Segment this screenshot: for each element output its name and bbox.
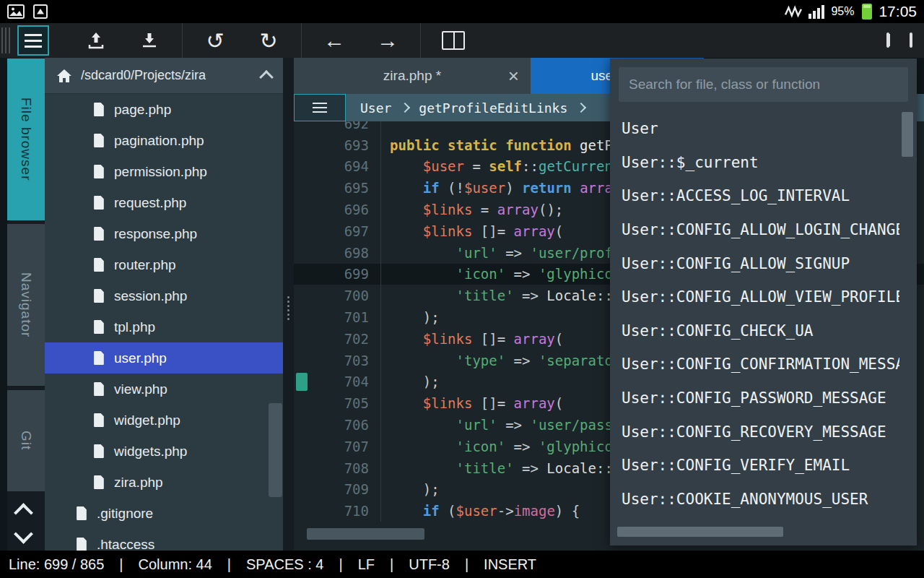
file-icon	[94, 196, 105, 210]
popup-item[interactable]: User::CONFIG_PASSWORD_MESSAGE	[610, 381, 899, 415]
popup-item[interactable]: User::CONFIG_CHECK_UA	[610, 314, 899, 348]
collapse-chevron-icon[interactable]	[259, 70, 274, 85]
file-name: widget.php	[114, 413, 180, 428]
file-icon	[77, 506, 87, 520]
gallery-icon	[7, 4, 25, 19]
code-text: $links []= array(	[380, 392, 563, 414]
search-input[interactable]	[619, 67, 908, 102]
scroll-down-button[interactable]	[10, 526, 36, 548]
file-icon	[94, 289, 105, 303]
popup-item[interactable]: User::CONFIG_RECOVERY_MESSAGE	[610, 415, 899, 449]
file-row[interactable]: .htaccess	[45, 529, 283, 551]
symbol-menu-button[interactable]	[294, 94, 346, 121]
path-bar[interactable]: /sdcard0/Projects/zira	[45, 58, 283, 94]
arrow-right-icon: →	[377, 28, 398, 53]
popup-item[interactable]: User::CONFIG_CONFIRMATION_MESSAGE	[610, 348, 899, 381]
line-number: 698	[310, 245, 380, 261]
file-row[interactable]: view.php	[45, 374, 283, 405]
redo-button[interactable]: ↻	[251, 24, 286, 57]
file-row[interactable]: user.php	[45, 342, 283, 374]
panel-resize-handle[interactable]	[285, 292, 292, 324]
line-number: 706	[310, 417, 380, 433]
toolbar-separator	[301, 23, 302, 58]
popup-item[interactable]: User::COOKIE_ANONYMOUS_USER	[610, 483, 899, 517]
popup-item[interactable]: User::CONFIG_ALLOW_SIGNUP	[610, 246, 899, 280]
file-row[interactable]: widgets.php	[45, 436, 283, 467]
upload-icon	[87, 31, 105, 50]
line-number: 695	[310, 180, 380, 196]
gutter-margin	[294, 457, 310, 479]
editor-horizontal-scrollbar[interactable]	[307, 528, 424, 540]
sidebar-tab-navigator[interactable]: Navigator	[7, 224, 45, 386]
symbol-list: UserUser::$_currentUser::ACCESS_LOG_INTE…	[610, 112, 899, 524]
sidebar-tab-git[interactable]: Git	[7, 390, 45, 491]
code-text: 'type' => 'separator'	[380, 350, 629, 371]
chevron-right-icon	[400, 103, 410, 113]
popup-item[interactable]: User	[610, 112, 899, 146]
popup-item[interactable]: User::ACCESS_LOG_INTERVAL	[610, 179, 899, 213]
menu-button[interactable]	[17, 25, 49, 56]
file-name: .gitignore	[97, 506, 153, 522]
save-button[interactable]	[132, 24, 167, 57]
file-icon	[94, 444, 105, 458]
file-row[interactable]: request.php	[45, 187, 283, 218]
navigate-forward-button[interactable]: →	[370, 24, 405, 57]
code-text: $user = self::getCurrent();	[380, 156, 646, 178]
navigate-back-button[interactable]: ←	[317, 24, 352, 57]
line-number: 693	[310, 137, 380, 153]
popup-horizontal-scrollbar[interactable]	[617, 527, 783, 537]
close-icon[interactable]: ×	[508, 66, 519, 85]
breadcrumb-class[interactable]: User	[360, 100, 391, 116]
save-icon	[140, 31, 159, 50]
code-text: );	[380, 306, 440, 328]
panel-horizontal-button[interactable]	[910, 34, 912, 47]
file-row[interactable]: response.php	[45, 218, 283, 249]
file-icon	[94, 475, 105, 489]
file-row[interactable]: .gitignore	[45, 498, 283, 529]
tab-zira-php[interactable]: zira.php * ×	[294, 58, 531, 94]
line-number: 700	[310, 288, 380, 303]
code-text: $links []= array(	[380, 220, 563, 242]
sidebar-tab-file-browser[interactable]: File browser	[7, 59, 45, 220]
status-segments: Line: 699 / 865|Column: 44|SPACES : 4|LF…	[9, 556, 536, 573]
file-row[interactable]: page.php	[45, 94, 283, 125]
file-icon	[77, 538, 87, 551]
popup-item[interactable]: User::CONFIG_ALLOW_VIEW_PROFILES	[610, 280, 899, 314]
status-segment: Line: 699 / 865	[9, 556, 104, 573]
file-list-scrollbar[interactable]	[269, 403, 282, 497]
scroll-up-button[interactable]	[10, 499, 36, 520]
line-number: 709	[310, 481, 380, 497]
line-number: 699	[310, 266, 380, 282]
breadcrumb-method[interactable]: getProfileEditLinks	[419, 100, 567, 116]
file-name: page.php	[114, 102, 171, 118]
file-row[interactable]: permission.php	[45, 156, 283, 187]
popup-item[interactable]: User::$_current	[610, 146, 899, 180]
vibrate-icon	[785, 5, 802, 18]
file-icon	[94, 413, 105, 427]
gutter-margin	[294, 436, 310, 457]
upload-button[interactable]	[79, 24, 113, 57]
line-number: 692	[310, 121, 380, 131]
popup-vertical-scrollbar[interactable]	[902, 112, 913, 157]
file-row[interactable]: tpl.php	[45, 311, 283, 342]
popup-item[interactable]: User::CONFIG_VERIFY_EMAIL	[610, 449, 899, 483]
panel-vertical-button[interactable]	[886, 34, 889, 47]
separator: |	[227, 556, 231, 573]
file-row[interactable]: router.php	[45, 249, 283, 280]
status-segment: SPACES : 4	[246, 556, 323, 573]
code-text: );	[380, 371, 440, 393]
gutter-margin	[294, 264, 310, 285]
file-row[interactable]: widget.php	[45, 405, 283, 436]
split-view-button[interactable]	[436, 24, 471, 57]
status-segment: LF	[358, 556, 375, 573]
popup-item[interactable]: User::CONFIG_ALLOW_LOGIN_CHANGE	[610, 213, 899, 247]
line-number: 705	[310, 395, 380, 411]
line-number: 708	[310, 460, 380, 476]
file-row[interactable]: pagination.php	[45, 125, 283, 156]
file-icon	[94, 165, 105, 178]
code-text: if ($user->image) {	[380, 500, 580, 522]
editor-status-bar: Line: 699 / 865|Column: 44|SPACES : 4|LF…	[0, 551, 924, 578]
file-row[interactable]: zira.php	[45, 467, 283, 498]
file-row[interactable]: session.php	[45, 280, 283, 311]
undo-button[interactable]: ↺	[198, 24, 232, 57]
